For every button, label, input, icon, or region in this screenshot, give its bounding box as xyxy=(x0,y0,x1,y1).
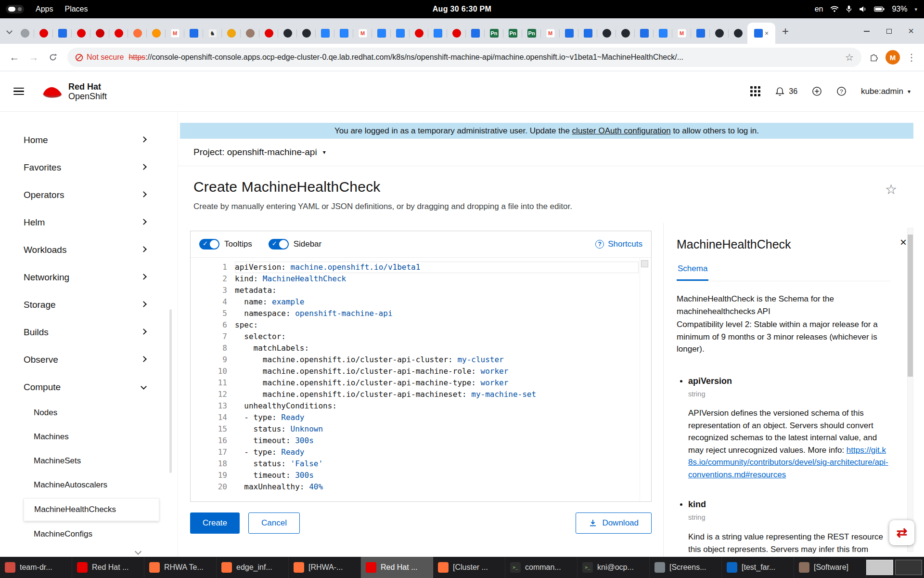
browser-tab[interactable]: Pn xyxy=(485,23,503,44)
tab-schema[interactable]: Schema xyxy=(677,264,708,281)
editor-overview-ruler[interactable] xyxy=(641,260,648,267)
address-bar[interactable]: Not secure https://console-openshift-con… xyxy=(67,48,861,67)
workspace-thumbnail-1[interactable] xyxy=(866,560,893,575)
workspace-indicator[interactable] xyxy=(6,5,24,13)
browser-tab[interactable]: M xyxy=(672,23,691,44)
window-maximize-button[interactable] xyxy=(878,18,900,44)
browser-tab[interactable] xyxy=(560,23,578,44)
sidebar-item-machineautoscalers[interactable]: MachineAutoscalers xyxy=(0,473,178,497)
browser-tab[interactable] xyxy=(334,23,353,44)
remote-session-widget[interactable]: ⇄ xyxy=(889,520,914,545)
taskbar-window-button[interactable]: >_comman... xyxy=(505,557,578,578)
sidebar-item-compute[interactable]: Compute xyxy=(0,373,178,401)
sidebar-scrollbar-thumb[interactable] xyxy=(169,309,172,473)
browser-tab[interactable] xyxy=(222,23,241,44)
browser-tab[interactable] xyxy=(184,23,203,44)
download-button[interactable]: Download xyxy=(576,512,652,534)
extensions-icon[interactable] xyxy=(869,53,879,62)
panel-scrollbar-thumb[interactable] xyxy=(908,235,913,377)
taskbar-window-button[interactable]: RHWA Te... xyxy=(144,557,217,578)
system-clock[interactable]: Aug 30 6:30 PM xyxy=(433,5,491,13)
sidebar-item-workloads[interactable]: Workloads xyxy=(0,236,178,263)
field-doc-link[interactable]: https://git.k8s.io/community/contributor… xyxy=(688,446,888,479)
browser-tab[interactable] xyxy=(410,23,428,44)
editor-line[interactable]: 13 unhealthyConditions: xyxy=(191,400,651,412)
taskbar-window-button[interactable]: Red Hat ... xyxy=(361,557,433,578)
browser-tab[interactable] xyxy=(128,23,147,44)
editor-line[interactable]: 7 selector: xyxy=(191,331,651,342)
window-close-button[interactable]: × xyxy=(900,18,922,44)
taskbar-window-button[interactable]: [Cluster ... xyxy=(433,557,505,578)
sidebar-item-machinesets[interactable]: MachineSets xyxy=(0,449,178,473)
editor-line[interactable]: 14 - type: Ready xyxy=(191,412,651,423)
tooltips-toggle[interactable]: ✓ Tooltips xyxy=(199,239,252,250)
editor-scrollbar[interactable] xyxy=(640,258,640,501)
browser-tab[interactable] xyxy=(297,23,316,44)
sidebar-item-home[interactable]: Home xyxy=(0,126,178,154)
browser-tab[interactable]: M xyxy=(353,23,372,44)
editor-line[interactable]: 11 machine.openshift.io/cluster-api-mach… xyxy=(191,377,651,389)
new-tab-button[interactable]: + xyxy=(778,24,793,39)
browser-menu-button[interactable]: ⋮ xyxy=(907,52,916,63)
taskbar-window-button[interactable]: [Software] xyxy=(794,557,866,578)
browser-tab[interactable] xyxy=(729,23,747,44)
editor-line[interactable]: 6spec: xyxy=(191,319,651,331)
sidebar-item-networking[interactable]: Networking xyxy=(0,263,178,291)
url-text[interactable]: https://console-openshift-console.apps.o… xyxy=(128,53,839,62)
editor-line[interactable]: 3metadata: xyxy=(191,285,651,296)
sidebar-toggle[interactable]: ✓ Sidebar xyxy=(269,239,322,250)
keyboard-layout-indicator[interactable]: en xyxy=(815,5,823,13)
browser-tab[interactable]: Pn xyxy=(522,23,541,44)
window-minimize-button[interactable] xyxy=(856,18,878,44)
forward-button[interactable]: → xyxy=(25,49,42,66)
editor-line[interactable]: 12 machine.openshift.io/cluster-api-mach… xyxy=(191,389,651,400)
sidebar-item-nodes[interactable]: Nodes xyxy=(0,401,178,425)
browser-tab-active[interactable]: × xyxy=(747,23,775,44)
sidebar-item-storage[interactable]: Storage xyxy=(0,291,178,318)
editor-line[interactable]: 4 name: example xyxy=(191,296,651,308)
tab-search-button[interactable] xyxy=(3,25,15,38)
browser-tab[interactable] xyxy=(72,23,90,44)
editor-line[interactable]: 8 matchLabels: xyxy=(191,342,651,354)
browser-tab[interactable] xyxy=(34,23,53,44)
cancel-button[interactable]: Cancel xyxy=(248,512,300,534)
editor-line[interactable]: 18 status: 'False' xyxy=(191,458,651,470)
browser-tab[interactable] xyxy=(635,23,654,44)
profile-avatar[interactable]: M xyxy=(886,50,900,65)
shortcuts-link[interactable]: ? Shortcuts xyxy=(595,239,642,249)
tab-close-icon[interactable]: × xyxy=(765,30,769,37)
toggle-switch[interactable]: ✓ xyxy=(199,239,219,250)
sidebar-item-favorites[interactable]: Favorites xyxy=(0,154,178,181)
browser-tab[interactable] xyxy=(654,23,672,44)
browser-tab[interactable] xyxy=(241,23,259,44)
sidebar-item-machines[interactable]: Machines xyxy=(0,425,178,449)
browser-tab[interactable]: Pn xyxy=(503,23,522,44)
browser-tab[interactable] xyxy=(391,23,410,44)
editor-line[interactable]: 9 machine.openshift.io/cluster-api-clust… xyxy=(191,354,651,366)
browser-tab[interactable] xyxy=(53,23,72,44)
places-menu[interactable]: Places xyxy=(64,5,88,13)
browser-tab[interactable] xyxy=(90,23,109,44)
sidebar-item-operators[interactable]: Operators xyxy=(0,181,178,209)
taskbar-window-button[interactable]: >_kni@ocp... xyxy=(578,557,650,578)
taskbar-window-button[interactable]: edge_inf... xyxy=(217,557,289,578)
back-button[interactable]: ← xyxy=(6,49,23,66)
brand-logo[interactable]: Red Hat OpenShift xyxy=(41,82,107,101)
editor-line[interactable]: 5 namespace: openshift-machine-api xyxy=(191,308,651,319)
browser-tab[interactable] xyxy=(109,23,128,44)
editor-line[interactable]: 1apiVersion: machine.openshift.io/v1beta… xyxy=(191,262,651,273)
help-button[interactable]: ? xyxy=(836,86,847,96)
taskbar-window-button[interactable]: [RHWA-... xyxy=(289,557,361,578)
toggle-switch[interactable]: ✓ xyxy=(269,239,289,250)
reload-button[interactable] xyxy=(44,49,62,66)
browser-tab[interactable] xyxy=(466,23,485,44)
bookmark-star-icon[interactable]: ☆ xyxy=(845,52,854,63)
browser-tab[interactable] xyxy=(316,23,334,44)
taskbar-window-button[interactable]: [test_far... xyxy=(722,557,794,578)
editor-line[interactable]: 16 timeout: 300s xyxy=(191,435,651,447)
taskbar-window-button[interactable]: [Screens... xyxy=(650,557,722,578)
browser-tab[interactable] xyxy=(278,23,297,44)
system-tray[interactable]: en 93% ▾ xyxy=(815,5,924,13)
apps-menu[interactable]: Apps xyxy=(36,5,53,13)
editor-line[interactable]: 10 machine.openshift.io/cluster-api-mach… xyxy=(191,366,651,377)
